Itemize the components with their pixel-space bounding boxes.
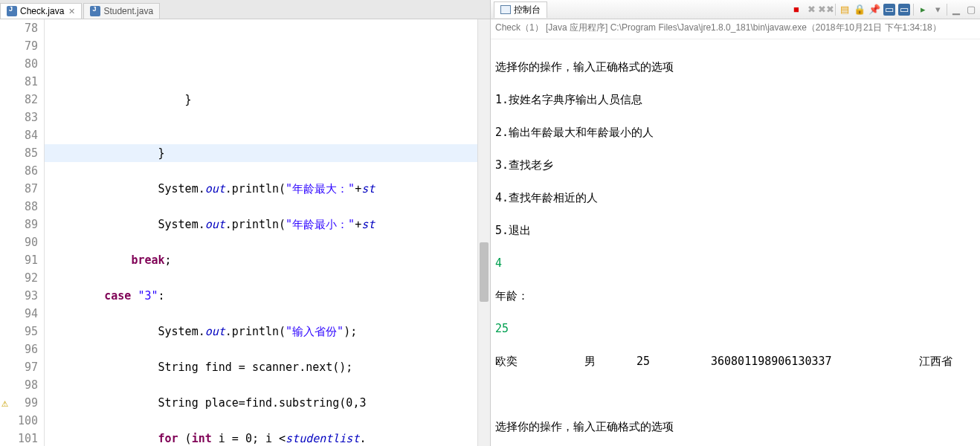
console-line: 年龄： [495, 288, 976, 304]
pin-console-icon[interactable]: 📌 [868, 4, 880, 16]
remove-launch-icon[interactable]: ✖ [805, 4, 817, 16]
console-toolbar: ■ ✖ ✖✖ ▤ 🔒 📌 ▭ ▭ ▸ ▾ ▁ ▢ [790, 4, 977, 16]
code-line: break; [51, 251, 477, 269]
line-number: 100 [0, 412, 38, 430]
console-input-line: 25 [495, 320, 976, 337]
console-line: 2.输出年龄最大和年龄最小的人 [495, 124, 976, 140]
line-number: 80 [0, 55, 38, 73]
close-icon[interactable]: ✕ [68, 7, 75, 16]
java-file-icon [90, 6, 100, 16]
line-number: 90 [0, 233, 38, 251]
console-result-row: 欧奕男25360801198906130337江西省 [495, 353, 976, 369]
line-number: 89 [0, 216, 38, 233]
tab-label: Student.java [103, 6, 153, 16]
code-line: System.out.println("年龄最小："+st [51, 216, 477, 233]
console-line: 1.按姓名字典序输出人员信息 [495, 91, 976, 108]
code-line: System.out.println("年龄最大："+st [51, 180, 477, 198]
console-launch-info: Check（1） [Java 应用程序] C:\Program Files\Ja… [491, 19, 980, 39]
editor-tab-bar: Check.java ✕ Student.java [0, 0, 490, 19]
line-number: 92 [0, 269, 38, 287]
display-selected-icon[interactable]: ▭ [883, 4, 895, 16]
maximize-icon[interactable]: ▢ [965, 4, 977, 16]
tab-student-java[interactable]: Student.java [83, 3, 160, 19]
code-line: String find = scanner.next(); [51, 358, 477, 376]
tab-label: Check.java [20, 6, 64, 16]
console-line: 选择你的操作，输入正确格式的选项 [495, 418, 976, 435]
line-number: 83 [0, 109, 38, 126]
separator [947, 4, 947, 16]
code-line: } [51, 91, 477, 109]
line-number: 82 [0, 91, 38, 109]
line-number: 88 [0, 198, 38, 216]
console-input-line: 4 [495, 255, 976, 271]
line-number: 85 [0, 144, 38, 162]
minimize-icon[interactable]: ▁ [950, 4, 962, 16]
line-number: 84 [0, 126, 38, 144]
line-number: 98 [0, 376, 38, 394]
tab-check-java[interactable]: Check.java ✕ [0, 3, 82, 19]
display-selected-icon-2[interactable]: ▭ [898, 4, 910, 16]
line-number: 78 [0, 19, 38, 37]
console-pane: 控制台 ■ ✖ ✖✖ ▤ 🔒 📌 ▭ ▭ ▸ ▾ ▁ ▢ Check（1） [J… [491, 0, 980, 446]
console-tab-label: 控制台 [514, 4, 541, 16]
separator [913, 4, 914, 16]
new-console-icon[interactable]: ▾ [932, 4, 944, 16]
open-console-icon[interactable]: ▸ [917, 4, 929, 16]
console-icon [500, 5, 511, 14]
separator [835, 4, 836, 16]
line-number: 94 [0, 305, 38, 323]
line-number: 79 [0, 37, 38, 55]
code-line: case "3": [51, 287, 477, 305]
line-number: 91 [0, 251, 38, 269]
console-line: 3.查找老乡 [495, 157, 976, 173]
warning-icon: ⚠ [1, 394, 8, 412]
console-line: 5.退出 [495, 222, 976, 239]
line-number: 99 [25, 396, 38, 410]
line-number: 86 [0, 162, 38, 180]
terminate-icon[interactable]: ■ [790, 4, 802, 16]
console-header: 控制台 ■ ✖ ✖✖ ▤ 🔒 📌 ▭ ▭ ▸ ▾ ▁ ▢ [491, 0, 980, 19]
code-line: System.out.println("输入省份"); [51, 323, 477, 340]
line-gutter: 78 79 80 81 82 83 84 85 86 87 88 89 90 9… [0, 19, 45, 446]
line-number: 95 [0, 323, 38, 340]
console-output[interactable]: 选择你的操作，输入正确格式的选项 1.按姓名字典序输出人员信息 2.输出年龄最大… [491, 39, 980, 446]
line-number: 96 [0, 340, 38, 358]
code-line: } [51, 144, 477, 162]
clear-console-icon[interactable]: ▤ [839, 4, 851, 16]
editor-body: 78 79 80 81 82 83 84 85 86 87 88 89 90 9… [0, 19, 490, 446]
code-area[interactable]: } } System.out.println("年龄最大："+st System… [45, 19, 477, 446]
code-line: String place=find.substring(0,3 [51, 394, 477, 412]
vertical-scrollbar[interactable] [477, 19, 490, 446]
line-number: 93 [0, 287, 38, 305]
line-number: 87 [0, 180, 38, 198]
line-number: 97 [0, 358, 38, 376]
scrollbar-thumb[interactable] [480, 242, 489, 302]
remove-all-icon[interactable]: ✖✖ [820, 4, 832, 16]
scroll-lock-icon[interactable]: 🔒 [854, 4, 865, 16]
code-line: for (int i = 0; i <studentlist. [51, 430, 477, 446]
editor-pane: Check.java ✕ Student.java 78 79 80 81 82… [0, 0, 491, 446]
console-line: 选择你的操作，输入正确格式的选项 [495, 59, 976, 75]
console-tab[interactable]: 控制台 [494, 1, 547, 18]
line-number: 101 [0, 430, 38, 446]
console-line [495, 386, 976, 402]
java-file-icon [7, 6, 17, 16]
line-number: 81 [0, 73, 38, 91]
console-line: 4.查找年龄相近的人 [495, 190, 976, 206]
